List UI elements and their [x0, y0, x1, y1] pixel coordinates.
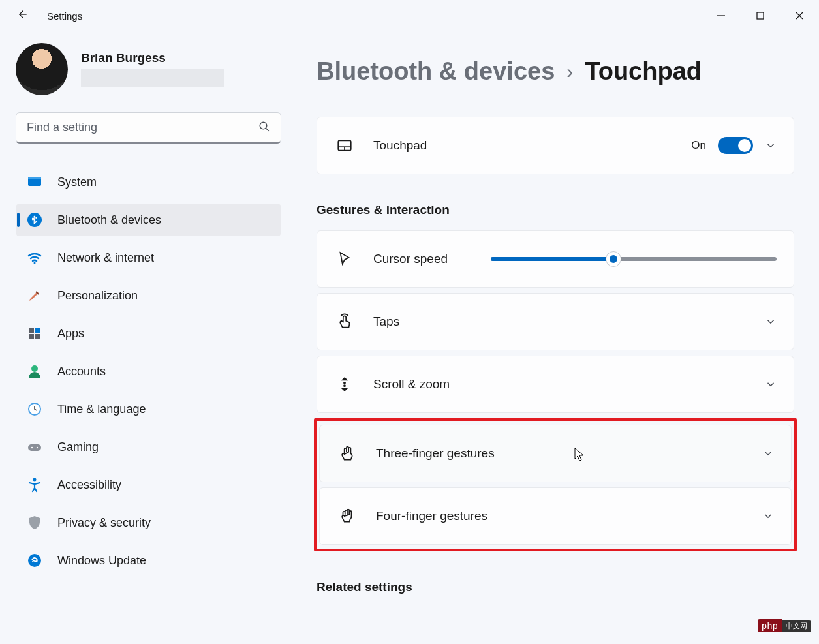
tap-icon — [334, 313, 355, 330]
breadcrumb-current: Touchpad — [585, 57, 702, 85]
cursor-speed-slider[interactable] — [491, 257, 777, 261]
nav-label: Bluetooth & devices — [57, 213, 161, 227]
back-button[interactable] — [16, 8, 29, 24]
scroll-zoom-card[interactable]: Scroll & zoom — [317, 356, 794, 413]
scroll-zoom-label: Scroll & zoom — [373, 377, 765, 391]
profile-block[interactable]: Brian Burgess — [16, 43, 281, 95]
system-icon — [26, 174, 43, 191]
taps-card[interactable]: Taps — [317, 293, 794, 350]
svg-rect-1 — [757, 12, 764, 19]
content-area: Bluetooth & devices › Touchpad Touchpad … — [297, 31, 819, 644]
nav-gaming[interactable]: Gaming — [16, 431, 281, 463]
nav-label: System — [57, 176, 97, 189]
taps-label: Taps — [373, 314, 765, 329]
svg-rect-12 — [29, 334, 34, 339]
profile-email-redacted — [81, 69, 224, 87]
cursor-speed-card[interactable]: Cursor speed — [317, 230, 794, 288]
svg-rect-11 — [35, 328, 40, 333]
slider-thumb[interactable] — [606, 251, 621, 267]
hand-icon — [337, 508, 358, 525]
nav-update[interactable]: Windows Update — [16, 544, 281, 577]
nav-label: Apps — [57, 327, 84, 341]
section-related-title: Related settings — [317, 580, 794, 594]
minimize-button[interactable] — [702, 0, 741, 31]
bluetooth-icon — [26, 211, 43, 228]
touchpad-card[interactable]: Touchpad On — [317, 117, 794, 174]
nav-apps[interactable]: Apps — [16, 317, 281, 350]
toggle-state-label: On — [691, 139, 706, 152]
svg-line-5 — [266, 128, 269, 131]
hand-icon — [337, 445, 358, 462]
wifi-icon — [26, 249, 43, 266]
nav-label: Personalization — [57, 289, 138, 303]
three-finger-card[interactable]: Three-finger gestures — [319, 425, 792, 482]
svg-point-25 — [344, 382, 345, 384]
nav-accounts[interactable]: Accounts — [16, 355, 281, 388]
touchpad-toggle[interactable] — [718, 137, 753, 154]
svg-point-4 — [260, 122, 267, 129]
chevron-down-icon[interactable] — [762, 510, 774, 522]
three-finger-label: Three-finger gestures — [376, 446, 762, 461]
nav-label: Accessibility — [57, 478, 121, 492]
search-box[interactable] — [16, 112, 281, 144]
four-finger-label: Four-finger gestures — [376, 509, 762, 523]
chevron-down-icon[interactable] — [765, 378, 777, 390]
update-icon — [26, 552, 43, 569]
badge-cn: 中文网 — [782, 620, 811, 632]
nav-label: Time & language — [57, 403, 146, 416]
maximize-button[interactable] — [741, 0, 780, 31]
clock-icon — [26, 401, 43, 418]
chevron-right-icon: › — [566, 61, 573, 83]
slider-fill — [491, 257, 613, 261]
touchpad-label: Touchpad — [373, 138, 691, 153]
profile-name: Brian Burgess — [81, 51, 281, 65]
nav-network[interactable]: Network & internet — [16, 241, 281, 274]
titlebar: Settings — [0, 0, 819, 31]
avatar — [16, 43, 68, 95]
nav-accessibility[interactable]: Accessibility — [16, 468, 281, 501]
accessibility-icon — [26, 476, 43, 493]
highlight-annotation: Three-finger gestures Four-finger gestur… — [314, 418, 797, 551]
svg-rect-13 — [35, 334, 40, 339]
close-button[interactable] — [780, 0, 819, 31]
svg-point-9 — [34, 262, 36, 264]
gamepad-icon — [26, 438, 43, 455]
nav-label: Privacy & security — [57, 516, 151, 530]
nav-list: System Bluetooth & devices Network & int… — [16, 166, 281, 582]
svg-point-26 — [344, 385, 345, 386]
nav-label: Network & internet — [57, 251, 154, 265]
nav-privacy[interactable]: Privacy & security — [16, 506, 281, 539]
svg-rect-17 — [28, 444, 41, 451]
window-controls — [702, 0, 819, 31]
svg-point-21 — [28, 554, 41, 567]
chevron-down-icon[interactable] — [765, 316, 777, 328]
nav-bluetooth[interactable]: Bluetooth & devices — [16, 204, 281, 236]
apps-icon — [26, 325, 43, 342]
breadcrumb-parent[interactable]: Bluetooth & devices — [317, 57, 555, 85]
cursor-speed-label: Cursor speed — [373, 252, 465, 266]
nav-personalization[interactable]: Personalization — [16, 279, 281, 312]
four-finger-card[interactable]: Four-finger gestures — [319, 487, 792, 545]
section-gestures-title: Gestures & interaction — [317, 203, 794, 217]
app-title: Settings — [47, 10, 82, 22]
cursor-icon — [334, 251, 355, 268]
svg-point-20 — [33, 478, 37, 482]
svg-point-14 — [31, 365, 38, 372]
touchpad-icon — [334, 137, 355, 154]
sidebar: Brian Burgess System Bluetooth & devices… — [0, 31, 297, 644]
chevron-down-icon[interactable] — [765, 140, 777, 151]
search-input[interactable] — [27, 121, 258, 134]
nav-label: Accounts — [57, 365, 106, 378]
badge-php: php — [758, 619, 782, 632]
nav-label: Windows Update — [57, 554, 146, 568]
svg-rect-7 — [28, 177, 41, 179]
scroll-icon — [334, 376, 355, 393]
svg-point-19 — [37, 447, 38, 448]
nav-system[interactable]: System — [16, 166, 281, 198]
search-icon — [258, 121, 270, 135]
watermark-badge: php 中文网 — [758, 619, 811, 632]
chevron-down-icon[interactable] — [762, 448, 774, 459]
breadcrumb: Bluetooth & devices › Touchpad — [317, 57, 794, 85]
nav-time[interactable]: Time & language — [16, 393, 281, 425]
svg-point-18 — [31, 447, 33, 448]
